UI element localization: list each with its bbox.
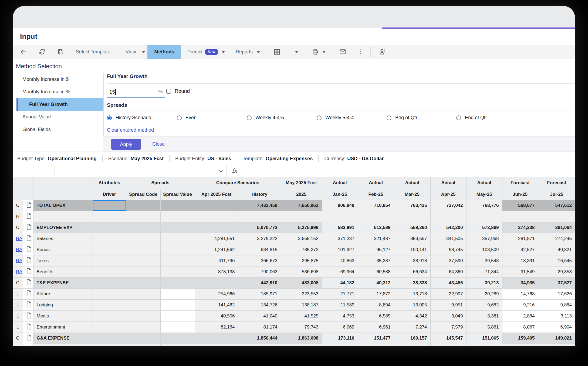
grid-cell-jul[interactable]: 274,245 — [538, 233, 575, 244]
column-header-cell[interactable]: Mar-25 — [394, 189, 430, 200]
grid-cell-feb[interactable]: 513,589 — [358, 222, 394, 233]
account-name-cell[interactable] — [33, 211, 93, 222]
clear-entered-method-link[interactable]: Clear entered method — [107, 127, 154, 133]
grid-cell-spreadcode[interactable] — [126, 277, 160, 288]
grid-cell-mar[interactable]: 763,435 — [394, 200, 430, 211]
grid-cell-driver[interactable] — [93, 255, 126, 266]
column-header-cell[interactable]: Jul-25 — [538, 189, 575, 200]
method-nav-item[interactable]: Full Year Growth — [16, 98, 103, 111]
grid-cell-history[interactable]: 81,174 — [238, 321, 281, 333]
grid-cell-spreadcode[interactable] — [126, 321, 160, 333]
grid-cell-driver[interactable] — [93, 233, 126, 244]
grid-cell-y2025[interactable]: 785,272 — [281, 244, 322, 255]
grid-cell-jun[interactable]: 9,216 — [502, 299, 538, 310]
grid-cell-spreadvalue[interactable] — [160, 266, 195, 277]
grid-cell-jun[interactable]: 31,549 — [502, 266, 538, 277]
grid-cell-spreadcode[interactable] — [126, 333, 160, 344]
grid-cell-may[interactable]: 151,065 — [466, 333, 502, 344]
grid-cell-spreadcode[interactable] — [126, 299, 160, 310]
row-type-link[interactable]: RA — [16, 247, 22, 252]
grid-cell-driver[interactable] — [93, 211, 126, 222]
grid-cell-spreadvalue[interactable] — [160, 222, 195, 233]
grid-cell-feb[interactable]: 8,894 — [358, 299, 394, 310]
formula-input[interactable] — [239, 166, 575, 177]
grid-cell-mar[interactable]: 7,274 — [394, 321, 430, 333]
grid-cell-jan[interactable]: 173,110 — [322, 333, 358, 344]
row-document-cell[interactable] — [23, 211, 33, 222]
grid-cell-jun[interactable]: 374,338 — [502, 222, 538, 233]
grid-cell-may[interactable]: 103,509 — [466, 244, 502, 255]
close-button[interactable]: Close — [152, 141, 165, 147]
grid-cell-apr[interactable]: 341,505 — [430, 233, 466, 244]
account-name-cell[interactable]: TOTAL OPEX — [33, 200, 93, 211]
row-type-link[interactable]: L — [16, 313, 19, 319]
grid-cell-driver[interactable] — [93, 266, 126, 277]
mail-button[interactable] — [339, 45, 346, 59]
save-button[interactable] — [57, 45, 64, 59]
refresh-button[interactable] — [39, 45, 46, 59]
grid-cell-feb[interactable]: 96,127 — [358, 244, 394, 255]
grid-cell-y2025[interactable]: 223,553 — [281, 288, 322, 299]
row-document-cell[interactable] — [23, 321, 33, 333]
grid-cell-y2025[interactable]: 5,275,998 — [281, 222, 322, 233]
select-template-button[interactable]: Select Template — [76, 45, 110, 59]
grid-cell-aprfcst[interactable]: 254,966 — [195, 288, 238, 299]
row-type-link[interactable]: L — [16, 302, 19, 307]
grid-cell-mar[interactable]: 4,342 — [394, 310, 430, 321]
grid-cell-spreadvalue[interactable] — [160, 244, 195, 255]
column-header-cell[interactable]: History — [238, 189, 281, 200]
grid-cell-may[interactable]: 357,968 — [466, 233, 502, 244]
grid-cell-jan[interactable]: 101,927 — [322, 244, 358, 255]
column-header-cell[interactable]: Driver — [93, 189, 126, 200]
grid-cell-y2025[interactable]: 1,863,698 — [281, 333, 322, 344]
grid-cell-driver[interactable] — [93, 222, 126, 233]
grid-cell-aprfcst[interactable]: 1,241,562 — [195, 244, 238, 255]
spread-radio-option[interactable]: Beg of Qtr — [387, 115, 417, 121]
grid-cell-jan[interactable]: 371,237 — [322, 233, 358, 244]
row-type-link[interactable]: RA — [16, 258, 22, 263]
grid-cell-spreadcode[interactable] — [126, 233, 160, 244]
grid-cell-spreadvalue[interactable] — [160, 211, 195, 222]
method-nav-item[interactable]: Monthly Increase in $ — [16, 73, 103, 86]
grid-cell-history[interactable] — [238, 211, 281, 222]
grid-cell-may[interactable]: 71,844 — [466, 266, 502, 277]
grid-cell-jan[interactable]: 40,863 — [322, 255, 358, 266]
spread-radio-option[interactable]: Even — [177, 115, 197, 121]
grid-cell-jul[interactable] — [538, 211, 575, 222]
methods-button[interactable]: Methods — [147, 45, 181, 59]
predict-dropdown[interactable]: Predict New — [187, 45, 225, 59]
account-name-cell[interactable]: T&E EXPENSE — [33, 277, 93, 288]
row-document-cell[interactable] — [23, 333, 33, 344]
layout-dropdown[interactable] — [295, 45, 299, 59]
grid-cell-y2025[interactable]: 79,743 — [281, 321, 322, 333]
column-header-cell[interactable]: Spread Code — [126, 189, 160, 200]
grid-cell-jun[interactable]: 34,935 — [502, 277, 538, 288]
grid-cell-feb[interactable]: 40,312 — [358, 277, 394, 288]
grid-cell-mar[interactable]: 66,634 — [394, 266, 430, 277]
row-document-cell[interactable] — [23, 233, 33, 244]
grid-cell-jun[interactable]: 18,391 — [502, 255, 538, 266]
grid-cell-mar[interactable]: 38,338 — [394, 277, 430, 288]
account-name-cell[interactable]: EMPLOYEE EXP — [33, 222, 93, 233]
grid-cell-jul[interactable]: 29,353 — [538, 266, 575, 277]
grid-cell-jan[interactable] — [322, 211, 358, 222]
method-nav-item[interactable]: Annual Value — [16, 111, 103, 124]
grid-cell-feb[interactable]: 151,477 — [358, 333, 394, 344]
account-name-cell[interactable]: Entertainment — [33, 321, 93, 333]
row-document-cell[interactable] — [23, 200, 33, 211]
spread-radio-option[interactable]: History Scenario — [107, 115, 151, 121]
row-document-cell[interactable] — [23, 288, 33, 299]
grid-cell-feb[interactable] — [358, 211, 394, 222]
grid-cell-may[interactable] — [466, 211, 502, 222]
grid-cell-spreadcode[interactable] — [126, 266, 160, 277]
grid-cell-aprfcst[interactable] — [195, 277, 238, 288]
grid-cell-feb[interactable]: 35,387 — [358, 255, 394, 266]
account-name-cell[interactable]: Salaries — [33, 233, 93, 244]
grid-cell-spreadvalue[interactable] — [160, 288, 195, 299]
grid-cell-driver[interactable] — [93, 321, 126, 333]
grid-cell-jul[interactable]: 361,064 — [538, 222, 575, 233]
grid-cell-may[interactable]: 39,213 — [466, 277, 502, 288]
grid-cell-y2025[interactable]: 41,525 — [281, 310, 322, 321]
grid-cell-history[interactable]: 790,063 — [238, 266, 281, 277]
grid-cell-history[interactable]: 41,040 — [238, 310, 281, 321]
